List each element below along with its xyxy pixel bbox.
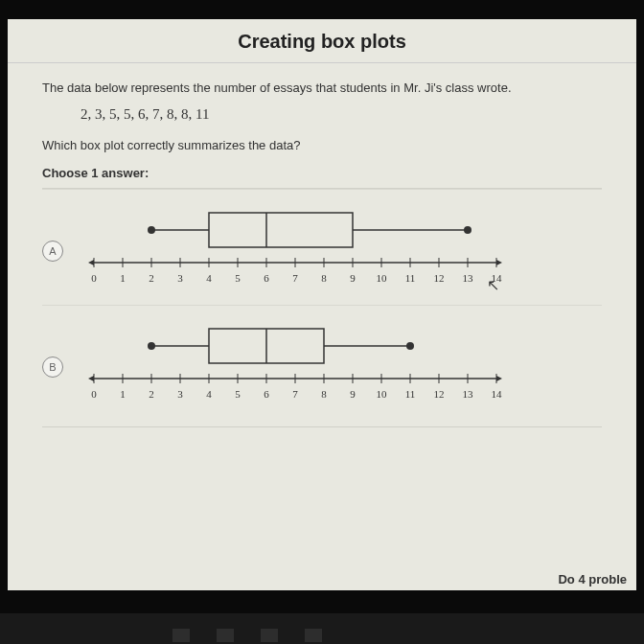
taskbar-icon[interactable]	[217, 629, 234, 642]
taskbar-icon[interactable]	[172, 629, 190, 642]
svg-text:12: 12	[434, 272, 445, 284]
svg-text:14: 14	[492, 388, 503, 400]
content-area: The data below represents the number of …	[8, 63, 636, 427]
svg-text:13: 13	[463, 272, 474, 284]
taskbar-icons	[172, 629, 322, 642]
svg-text:8: 8	[321, 388, 327, 400]
title-bar: Creating box plots	[8, 19, 636, 63]
svg-text:3: 3	[177, 388, 183, 400]
svg-text:6: 6	[264, 272, 269, 284]
svg-point-5	[464, 226, 472, 234]
svg-text:4: 4	[206, 388, 212, 400]
svg-text:14: 14	[492, 272, 503, 284]
svg-text:4: 4	[206, 272, 212, 284]
question-text: Which box plot correctly summarizes the …	[42, 138, 602, 152]
svg-point-40	[148, 342, 155, 350]
taskbar-icon[interactable]	[305, 629, 322, 642]
svg-text:5: 5	[235, 388, 241, 400]
svg-text:7: 7	[292, 388, 298, 400]
intro-text: The data below represents the number of …	[42, 80, 602, 95]
boxplot-a: 0 1 2 3 4 5 6 7 8 9 10 1	[75, 203, 602, 299]
monitor-frame: Creating box plots The data below repres…	[0, 0, 644, 613]
option-a-row[interactable]: A	[42, 189, 602, 305]
boxplot-b: 0 1 2 3 4 5 6 7 8 9 10 1	[75, 319, 602, 415]
svg-text:2: 2	[149, 272, 154, 284]
svg-text:13: 13	[463, 388, 474, 400]
radio-b-label: B	[49, 361, 56, 373]
svg-text:0: 0	[91, 388, 97, 400]
boxplot-b-svg: 0 1 2 3 4 5 6 7 8 9 10 1	[75, 319, 535, 415]
radio-a-label: A	[49, 245, 56, 257]
divider-bottom	[42, 426, 602, 427]
svg-text:10: 10	[377, 272, 388, 284]
svg-text:8: 8	[321, 272, 327, 284]
svg-text:1: 1	[120, 388, 126, 400]
svg-text:7: 7	[292, 272, 298, 284]
svg-text:2: 2	[149, 388, 154, 400]
svg-text:1: 1	[120, 272, 126, 284]
screen-area: Creating box plots The data below repres…	[8, 19, 636, 590]
page-title: Creating box plots	[8, 31, 636, 53]
taskbar	[0, 621, 644, 644]
svg-text:3: 3	[177, 272, 183, 284]
svg-text:0: 0	[91, 272, 97, 284]
taskbar-icon[interactable]	[261, 629, 278, 642]
svg-text:6: 6	[264, 388, 269, 400]
svg-text:10: 10	[377, 388, 388, 400]
svg-text:9: 9	[350, 388, 356, 400]
svg-point-42	[406, 342, 414, 350]
svg-text:11: 11	[405, 388, 416, 400]
svg-text:12: 12	[434, 388, 445, 400]
svg-point-3	[148, 226, 155, 234]
radio-a[interactable]: A	[42, 241, 63, 262]
choose-label: Choose 1 answer:	[42, 166, 602, 180]
boxplot-a-svg: 0 1 2 3 4 5 6 7 8 9 10 1	[75, 203, 535, 299]
svg-text:11: 11	[405, 272, 416, 284]
data-list: 2, 3, 5, 5, 6, 7, 8, 8, 11	[42, 95, 602, 134]
svg-text:9: 9	[350, 272, 356, 284]
svg-text:5: 5	[235, 272, 241, 284]
radio-b[interactable]: B	[42, 356, 63, 378]
option-b-row[interactable]: B 0 1	[42, 305, 602, 421]
footer-message: Do 4 proble	[558, 572, 627, 586]
svg-rect-0	[209, 213, 353, 247]
